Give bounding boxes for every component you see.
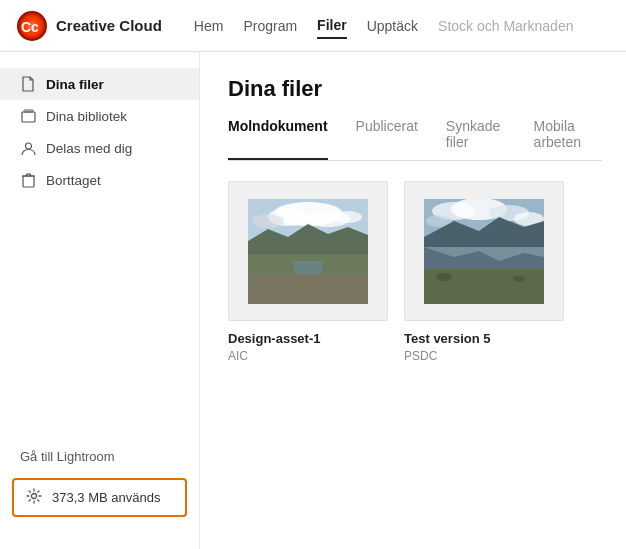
sidebar-item-label-borttaget: Borttaget — [46, 173, 101, 188]
file-name-2: Test version 5 — [404, 331, 564, 346]
file-type-1: AIC — [228, 349, 388, 363]
sidebar-item-delas[interactable]: Delas med dig — [0, 132, 199, 164]
tabs: Molndokument Publicerat Synkade filer Mo… — [228, 118, 602, 161]
sidebar-item-dina-filer[interactable]: Dina filer — [0, 68, 199, 100]
main-content: Dina filer Molndokument Publicerat Synka… — [200, 52, 626, 549]
nav-item-upptack[interactable]: Upptäck — [367, 14, 418, 38]
sidebar: Dina filer Dina bibliotek — [0, 52, 200, 549]
thumb-inner-1 — [248, 199, 368, 304]
sidebar-bottom: Gå till Lightroom 373,3 MB används — [0, 445, 199, 533]
top-nav: Cc Creative Cloud Hem Program Filer Uppt… — [0, 0, 626, 52]
file-icon — [20, 76, 36, 92]
landscape-image-2 — [424, 199, 544, 304]
lightroom-link[interactable]: Gå till Lightroom — [12, 445, 187, 468]
landscape-image-1 — [248, 199, 368, 304]
brand-name: Creative Cloud — [56, 17, 162, 34]
storage-badge[interactable]: 373,3 MB används — [12, 478, 187, 517]
file-grid: Design-asset-1 AIC — [228, 181, 602, 363]
sidebar-top: Dina filer Dina bibliotek — [0, 68, 199, 196]
svg-point-28 — [513, 276, 525, 282]
svg-rect-18 — [248, 274, 368, 304]
nav-item-program[interactable]: Program — [243, 14, 297, 38]
file-thumbnail — [228, 181, 388, 321]
svg-point-4 — [25, 143, 31, 149]
sidebar-item-label-bibliotek: Dina bibliotek — [46, 109, 127, 124]
library-icon — [20, 108, 36, 124]
file-card[interactable]: Test version 5 PSDC — [404, 181, 564, 363]
file-type-2: PSDC — [404, 349, 564, 363]
svg-point-27 — [436, 273, 452, 281]
tab-molndokument[interactable]: Molndokument — [228, 118, 328, 160]
app-layout: Dina filer Dina bibliotek — [0, 52, 626, 549]
brand[interactable]: Cc Creative Cloud — [16, 10, 162, 42]
svg-rect-5 — [23, 176, 34, 187]
nav-item-stock[interactable]: Stock och Marknaden — [438, 14, 573, 38]
nav-item-hem[interactable]: Hem — [194, 14, 224, 38]
tab-synkade[interactable]: Synkade filer — [446, 118, 506, 160]
storage-label: 373,3 MB används — [52, 490, 160, 505]
svg-point-15 — [252, 214, 284, 228]
svg-point-10 — [32, 494, 37, 499]
file-name-1: Design-asset-1 — [228, 331, 388, 346]
svg-point-16 — [334, 211, 362, 223]
sidebar-item-label-delas: Delas med dig — [46, 141, 132, 156]
svg-rect-3 — [24, 110, 33, 112]
thumb-inner-2 — [424, 199, 544, 304]
nav-item-filer[interactable]: Filer — [317, 13, 347, 39]
svg-text:Cc: Cc — [21, 19, 39, 35]
file-card[interactable]: Design-asset-1 AIC — [228, 181, 388, 363]
page-title: Dina filer — [228, 76, 602, 102]
tab-mobila[interactable]: Mobila arbeten — [534, 118, 602, 160]
file-thumbnail — [404, 181, 564, 321]
trash-icon — [20, 172, 36, 188]
gear-icon — [26, 488, 42, 507]
sidebar-item-bibliotek[interactable]: Dina bibliotek — [0, 100, 199, 132]
nav-items: Hem Program Filer Upptäck Stock och Mark… — [194, 13, 574, 39]
shared-icon — [20, 140, 36, 156]
svg-rect-2 — [22, 112, 35, 122]
tab-publicerat[interactable]: Publicerat — [356, 118, 418, 160]
cc-logo: Cc — [16, 10, 48, 42]
sidebar-item-label-filer: Dina filer — [46, 77, 104, 92]
sidebar-item-borttaget[interactable]: Borttaget — [0, 164, 199, 196]
